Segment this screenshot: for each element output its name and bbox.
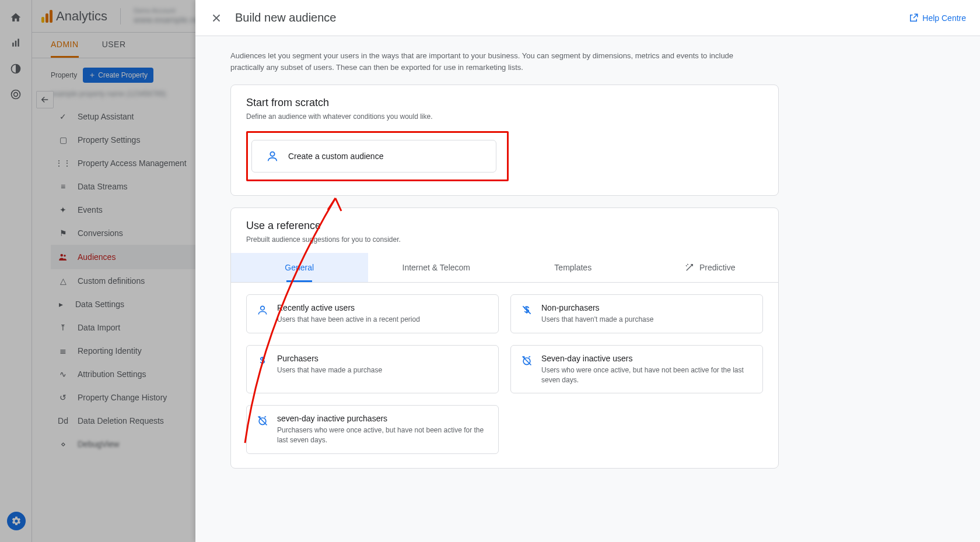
dollar-icon — [256, 354, 269, 385]
alarm-off-icon — [256, 414, 269, 445]
tab-internet-telecom[interactable]: Internet & Telecom — [368, 253, 505, 282]
nav-debugview[interactable]: ⋄DebugView — [51, 432, 214, 456]
svg-point-9 — [261, 306, 265, 310]
scratch-title: Start from scratch — [246, 97, 763, 109]
advertising-icon[interactable] — [10, 89, 22, 100]
tab-general[interactable]: General — [231, 253, 368, 282]
person-icon — [266, 150, 279, 163]
back-icon[interactable] — [36, 91, 54, 108]
left-rail — [0, 0, 32, 542]
nav-property-access[interactable]: ⋮⋮Property Access Management — [51, 152, 214, 175]
property-name-blurred: example property name (123456789) — [51, 90, 214, 98]
tab-user[interactable]: USER — [102, 33, 126, 58]
create-property-button[interactable]: Create Property — [83, 68, 153, 83]
account-picker[interactable]: Demo Account www.example.net — [134, 7, 202, 25]
svg-rect-2 — [18, 39, 19, 47]
person-icon — [256, 303, 269, 325]
svg-point-5 — [14, 93, 18, 97]
nav-data-settings[interactable]: ▸Data Settings — [51, 293, 214, 316]
panel-description: Audiences let you segment your users in … — [230, 50, 767, 73]
template-recently-active-users[interactable]: Recently active usersUsers that have bee… — [246, 294, 499, 333]
alarm-off-icon — [520, 354, 533, 385]
wand-icon — [684, 262, 695, 273]
nav-events[interactable]: ✦Events — [51, 198, 214, 221]
tab-predictive[interactable]: Predictive — [642, 253, 779, 282]
svg-point-7 — [64, 255, 65, 256]
svg-point-8 — [270, 152, 274, 156]
svg-rect-0 — [12, 43, 14, 47]
build-audience-panel: Build new audience Help Centre Audiences… — [195, 0, 980, 542]
nav-custom-definitions[interactable]: △Custom definitions — [51, 269, 214, 293]
property-column: Property Create Property example propert… — [51, 68, 214, 542]
template-seven-day-inactive-users[interactable]: Seven-day inactive usersUsers who were o… — [510, 345, 763, 394]
reference-subtitle: Prebuilt audience suggestions for you to… — [246, 235, 763, 244]
reference-tabs: General Internet & Telecom Templates Pre… — [231, 253, 778, 283]
no-dollar-icon — [520, 303, 533, 325]
reports-icon[interactable] — [10, 37, 22, 49]
start-from-scratch-card: Start from scratch Define an audience wi… — [230, 85, 779, 196]
nav-data-deletion-requests[interactable]: DdData Deletion Requests — [51, 409, 214, 432]
svg-rect-1 — [15, 41, 17, 47]
template-non-purchasers[interactable]: Non-purchasersUsers that haven't made a … — [510, 294, 763, 333]
template-purchasers[interactable]: PurchasersUsers that have made a purchas… — [246, 345, 499, 394]
ga-logo: Analytics — [41, 9, 107, 24]
help-centre-link[interactable]: Help Centre — [908, 13, 966, 23]
reference-title: Use a reference — [246, 220, 763, 232]
nav-attribution-settings[interactable]: ∿Attribution Settings — [51, 362, 214, 386]
nav-conversions[interactable]: ⚑Conversions — [51, 221, 214, 245]
app-name: Analytics — [56, 9, 107, 24]
panel-title: Build new audience — [235, 11, 336, 24]
home-icon[interactable] — [10, 12, 22, 23]
use-reference-card: Use a reference Prebuilt audience sugges… — [230, 207, 779, 469]
nav-setup-assistant[interactable]: ✓Setup Assistant — [51, 105, 214, 128]
svg-point-6 — [61, 254, 64, 257]
scratch-subtitle: Define an audience with whatever conditi… — [246, 112, 763, 121]
settings-gear-icon[interactable] — [7, 512, 26, 530]
close-icon[interactable] — [209, 11, 223, 25]
create-custom-audience-button[interactable]: Create a custom audience — [251, 140, 496, 173]
nav-data-import[interactable]: ⤒Data Import — [51, 316, 214, 339]
svg-point-4 — [12, 90, 20, 99]
tab-admin[interactable]: ADMIN — [51, 33, 79, 58]
nav-property-change-history[interactable]: ↺Property Change History — [51, 386, 214, 409]
nav-property-settings[interactable]: ▢Property Settings — [51, 128, 214, 152]
explore-icon[interactable] — [10, 63, 22, 75]
property-label: Property — [51, 71, 77, 79]
annotation-highlight: Create a custom audience — [246, 131, 509, 181]
nav-reporting-identity[interactable]: ≣Reporting Identity — [51, 339, 214, 362]
nav-data-streams[interactable]: ≡Data Streams — [51, 175, 214, 198]
tab-templates[interactable]: Templates — [505, 253, 642, 282]
nav-audiences[interactable]: Audiences — [51, 245, 214, 269]
template-seven-day-inactive-purchasers[interactable]: seven-day inactive purchasersPurchasers … — [246, 405, 499, 454]
